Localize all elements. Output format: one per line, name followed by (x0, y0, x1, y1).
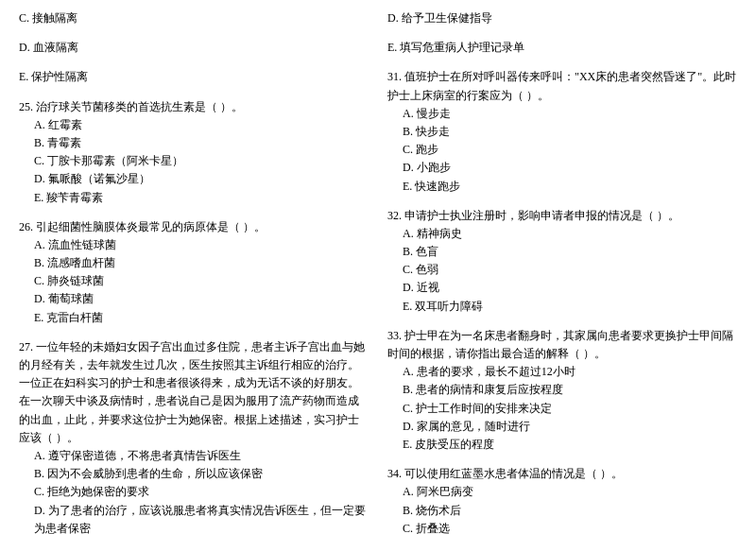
option: E. 皮肤受压的程度 (387, 436, 737, 454)
option: E. 快速跑步 (387, 178, 737, 196)
option: C. 折叠选 (387, 520, 737, 534)
question-title: D. 给予卫生保健指导 (387, 9, 737, 27)
question-block: 34. 可以使用红蓝墨水患者体温的情况是（ ）。A. 阿米巴病变B. 烧伤术后C… (387, 465, 737, 534)
option: A. 慢步走 (387, 105, 737, 123)
option: D. 葡萄球菌 (19, 290, 369, 308)
question-title: 31. 值班护士在所对呼叫器传来呼叫："XX床的患者突然昏迷了"。此时护士上床病… (387, 68, 737, 104)
question-title: 26. 引起细菌性脑膜体炎最常见的病原体是（ ）。 (19, 218, 369, 236)
option: B. 患者的病情和康复后应按程度 (387, 381, 737, 399)
page-container: C. 接触隔离D. 血液隔离E. 保护性隔离25. 治疗球关节菌移类的首选抗生素… (19, 9, 737, 534)
question-title: 34. 可以使用红蓝墨水患者体温的情况是（ ）。 (387, 465, 737, 483)
question-block: 33. 护士甲在为一名床患者翻身时，其家属向患者要求更换护士甲间隔时间的根据，请… (387, 327, 737, 454)
question-title: 33. 护士甲在为一名床患者翻身时，其家属向患者要求更换护士甲间隔时间的根据，请… (387, 327, 737, 363)
option: E. 克雷白杆菌 (19, 309, 369, 327)
right-column: D. 给予卫生保健指导E. 填写危重病人护理记录单31. 值班护士在所对呼叫器传… (387, 9, 737, 534)
option: A. 精神病史 (387, 225, 737, 243)
question-block: D. 给予卫生保健指导 (387, 9, 737, 27)
question-title: 25. 治疗球关节菌移类的首选抗生素是（ ）。 (19, 98, 369, 116)
option: E. 羧苄青霉素 (19, 189, 369, 207)
option: D. 氟哌酸（诺氟沙星） (19, 170, 369, 188)
option: B. 快步走 (387, 123, 737, 141)
option: C. 拒绝为她保密的要求 (19, 483, 369, 501)
option: A. 遵守保密道德，不将患者真情告诉医生 (19, 447, 369, 465)
option: D. 家属的意见，随时进行 (387, 418, 737, 436)
left-column: C. 接触隔离D. 血液隔离E. 保护性隔离25. 治疗球关节菌移类的首选抗生素… (19, 9, 369, 534)
option: C. 肺炎链球菌 (19, 272, 369, 290)
option: C. 跑步 (387, 141, 737, 159)
option: B. 青霉素 (19, 134, 369, 152)
question-title: E. 保护性隔离 (19, 68, 369, 86)
question-block: E. 保护性隔离 (19, 68, 369, 86)
question-title: 27. 一位年轻的未婚妇女因子宫出血过多住院，患者主诉子宫出血与她的月经有关，去… (19, 338, 369, 447)
question-block: 26. 引起细菌性脑膜体炎最常见的病原体是（ ）。A. 流血性链球菌B. 流感嗜… (19, 218, 369, 327)
question-block: E. 填写危重病人护理记录单 (387, 39, 737, 57)
option: A. 红霉素 (19, 116, 369, 134)
option: B. 流感嗜血杆菌 (19, 254, 369, 272)
option: B. 因为不会威胁到患者的生命，所以应该保密 (19, 465, 369, 483)
question-block: C. 接触隔离 (19, 9, 369, 27)
option: D. 为了患者的治疗，应该说服患者将真实情况告诉医生，但一定要为患者保密 (19, 502, 369, 535)
option: B. 烧伤术后 (387, 502, 737, 520)
option: E. 双耳听力障碍 (387, 298, 737, 316)
question-title: C. 接触隔离 (19, 9, 369, 27)
question-block: 25. 治疗球关节菌移类的首选抗生素是（ ）。A. 红霉素B. 青霉素C. 丁胺… (19, 98, 369, 207)
question-title: E. 填写危重病人护理记录单 (387, 39, 737, 57)
option: D. 近视 (387, 279, 737, 297)
option: C. 丁胺卡那霉素（阿米卡星） (19, 152, 369, 170)
option: C. 护士工作时间的安排来决定 (387, 400, 737, 418)
question-block: 27. 一位年轻的未婚妇女因子宫出血过多住院，患者主诉子宫出血与她的月经有关，去… (19, 338, 369, 534)
question-block: D. 血液隔离 (19, 39, 369, 57)
option: D. 小跑步 (387, 159, 737, 177)
question-block: 31. 值班护士在所对呼叫器传来呼叫："XX床的患者突然昏迷了"。此时护士上床病… (387, 68, 737, 195)
option: A. 流血性链球菌 (19, 236, 369, 254)
question-title: D. 血液隔离 (19, 39, 369, 57)
option: A. 阿米巴病变 (387, 483, 737, 501)
main-columns: C. 接触隔离D. 血液隔离E. 保护性隔离25. 治疗球关节菌移类的首选抗生素… (19, 9, 737, 534)
option: C. 色弱 (387, 261, 737, 279)
option: B. 色盲 (387, 243, 737, 261)
question-title: 32. 申请护士执业注册时，影响申请者申报的情况是（ ）。 (387, 207, 737, 225)
option: A. 患者的要求，最长不超过12小时 (387, 363, 737, 381)
question-block: 32. 申请护士执业注册时，影响申请者申报的情况是（ ）。A. 精神病史B. 色… (387, 207, 737, 316)
